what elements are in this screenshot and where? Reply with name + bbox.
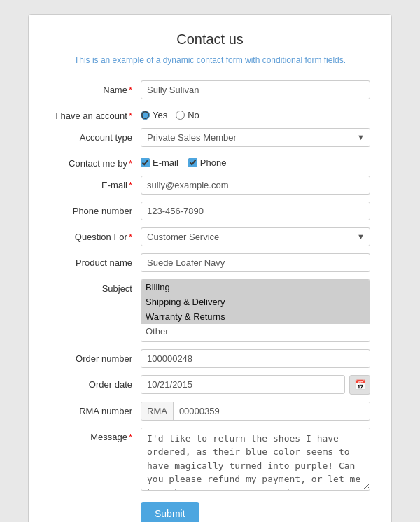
order-number-label: Order number — [50, 349, 141, 364]
product-row: Product name — [50, 253, 370, 272]
account-type-select[interactable]: Private Sales Member Regular Member Gues… — [141, 128, 370, 147]
account-no-label[interactable]: No — [176, 110, 200, 120]
account-no-radio[interactable] — [176, 111, 185, 120]
contact-email-checkbox[interactable] — [141, 158, 150, 167]
email-label: E-mail* — [50, 176, 141, 190]
question-select[interactable]: Customer Service Technical Support Billi… — [141, 227, 370, 246]
contact-by-row: Contact me by* E-mail Phone — [50, 154, 370, 169]
rma-prefix: RMA — [141, 402, 174, 420]
account-yes-radio[interactable] — [141, 111, 150, 120]
account-yes-label[interactable]: Yes — [141, 110, 167, 120]
order-date-field: 📅 — [141, 375, 370, 395]
calendar-icon: 📅 — [354, 379, 366, 390]
product-field — [141, 253, 370, 272]
phone-label: Phone number — [50, 202, 141, 216]
subject-listbox[interactable]: Billing Shipping & Delivery Warranty & R… — [141, 279, 370, 342]
question-field: Customer Service Technical Support Billi… — [141, 227, 370, 246]
account-type-row: Account type Private Sales Member Regula… — [50, 128, 370, 147]
subject-row: Subject Billing Shipping & Delivery Warr… — [50, 279, 370, 342]
account-type-select-wrapper: Private Sales Member Regular Member Gues… — [141, 128, 370, 147]
account-type-field: Private Sales Member Regular Member Gues… — [141, 128, 370, 147]
message-textarea[interactable]: I'd like to return the shoes I have orde… — [141, 428, 370, 491]
question-row: Question For* Customer Service Technical… — [50, 227, 370, 246]
order-date-wrapper: 📅 — [141, 375, 370, 395]
name-label: Name* — [50, 80, 141, 95]
rma-input[interactable] — [174, 402, 370, 420]
contact-phone-checkbox[interactable] — [188, 158, 197, 167]
rma-label: RMA number — [50, 402, 141, 416]
question-label: Question For* — [50, 227, 141, 242]
subject-field: Billing Shipping & Delivery Warranty & R… — [141, 279, 370, 342]
contact-form: Contact us This is an example of a dynam… — [28, 14, 392, 522]
order-number-field — [141, 349, 370, 368]
question-select-wrapper: Customer Service Technical Support Billi… — [141, 227, 370, 246]
account-type-label: Account type — [50, 128, 141, 143]
message-row: Message* I'd like to return the shoes I … — [50, 428, 370, 493]
account-field: Yes No — [141, 106, 370, 120]
rma-field: RMA — [141, 402, 370, 421]
contact-by-label: Contact me by* — [50, 154, 141, 169]
account-label: I have an account* — [50, 106, 141, 121]
submit-button[interactable]: Submit — [141, 502, 200, 522]
message-label: Message* — [50, 428, 141, 442]
contact-phone-label[interactable]: Phone — [188, 157, 227, 168]
email-field — [141, 176, 370, 195]
product-input[interactable] — [141, 253, 370, 272]
order-number-input[interactable] — [141, 349, 370, 368]
contact-email-label[interactable]: E-mail — [141, 157, 178, 168]
email-row: E-mail* — [50, 176, 370, 195]
message-field: I'd like to return the shoes I have orde… — [141, 428, 370, 493]
calendar-button[interactable]: 📅 — [349, 375, 370, 395]
name-row: Name* — [50, 80, 370, 99]
account-radio-group: Yes No — [141, 106, 370, 120]
name-field — [141, 80, 370, 99]
contact-by-field: E-mail Phone — [141, 154, 370, 168]
account-row: I have an account* Yes No — [50, 106, 370, 121]
subject-label: Subject — [50, 279, 141, 294]
rma-wrapper: RMA — [141, 402, 370, 421]
order-number-row: Order number — [50, 349, 370, 368]
rma-row: RMA number RMA — [50, 402, 370, 421]
order-date-input[interactable] — [141, 375, 345, 394]
phone-field — [141, 202, 370, 220]
page-title: Contact us — [50, 31, 370, 48]
order-date-label: Order date — [50, 375, 141, 390]
contact-by-checkbox-group: E-mail Phone — [141, 154, 370, 168]
product-label: Product name — [50, 253, 141, 268]
form-subtitle: This is an example of a dynamic contact … — [50, 55, 370, 66]
phone-row: Phone number — [50, 202, 370, 220]
phone-input[interactable] — [141, 202, 370, 220]
email-input[interactable] — [141, 176, 370, 195]
submit-row: Submit — [50, 502, 370, 522]
name-input[interactable] — [141, 80, 370, 99]
order-date-row: Order date 📅 — [50, 375, 370, 395]
